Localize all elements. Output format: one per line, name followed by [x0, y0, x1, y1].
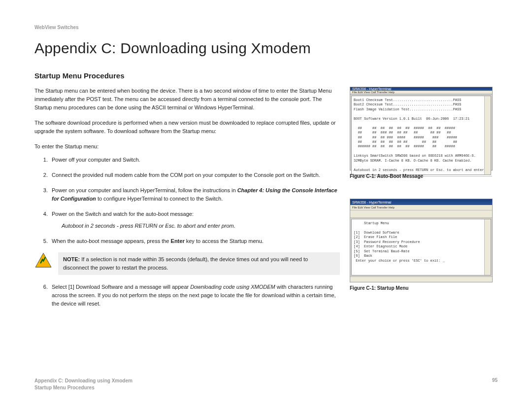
page: WebView Switches Appendix C: Downloading… — [0, 0, 532, 411]
figure-1-scrollbar — [484, 96, 491, 174]
figure-2-menubar: File Edit View Call Transfer Help — [350, 205, 492, 210]
section-heading: Startup Menu Procedures — [34, 71, 498, 80]
intro-line: To enter the Startup menu: — [34, 142, 340, 151]
figure-2: SRW208 - HyperTerminal File Edit View Ca… — [350, 199, 498, 291]
figure-1: SRW208 - HyperTerminal File Edit View Ca… — [350, 87, 498, 179]
figure-1-toolbar — [350, 94, 492, 95]
figure-1-titlebar: SRW208 - HyperTerminal — [350, 87, 492, 91]
steps-list-cont: Select [1] Download Software and a messa… — [34, 283, 340, 308]
step-5-text-a: When the auto-boot message appears, pres… — [52, 238, 171, 244]
page-title: Appendix C: Downloading using Xmodem — [34, 40, 498, 57]
footer-line-1: Appendix C: Downloading using Xmodem — [34, 377, 133, 384]
step-5-bold: Enter — [171, 238, 185, 244]
footer-left: Appendix C: Downloading using Xmodem Sta… — [34, 377, 133, 391]
note-block: NOTE: If a selection is not made within … — [34, 252, 340, 275]
figure-1-body-wrap: Boot1 Checksum Test.....................… — [351, 96, 491, 175]
step-2: Connect the provided null modem cable fr… — [49, 171, 340, 179]
step-6-text-a: Select [1] Download Software and a messa… — [52, 284, 190, 290]
note-body: If a selection is not made within 35 sec… — [63, 256, 308, 271]
note-box: NOTE: If a selection is not made within … — [58, 252, 340, 275]
figure-2-terminal-text: Startup Menu [1] Download Software [2] E… — [352, 219, 484, 275]
figure-2-scrollbar — [484, 219, 491, 275]
paragraph-2: The software download procedure is perfo… — [34, 119, 340, 136]
step-6-italic: Downloading code using XMODEM — [190, 284, 275, 290]
figure-1-terminal-text: Boot1 Checksum Test.....................… — [352, 96, 484, 174]
steps-list: Power off your computer and Switch. Conn… — [34, 156, 340, 245]
note-label: NOTE: — [63, 256, 80, 262]
step-4-text: Power on the Switch and watch for the au… — [52, 211, 194, 217]
step-6: Select [1] Download Software and a messa… — [49, 283, 340, 308]
step-5-text-b: key to access the Startup menu. — [185, 238, 264, 244]
figure-1-window: SRW208 - HyperTerminal File Edit View Ca… — [350, 87, 493, 171]
figure-2-statusbar — [350, 276, 492, 282]
step-3-text-a: Power on your computer and launch HyperT… — [52, 187, 237, 193]
step-3: Power on your computer and launch HyperT… — [49, 186, 340, 203]
footer-line-2: Startup Menu Procedures — [34, 384, 133, 391]
running-header: WebView Switches — [34, 25, 498, 30]
paragraph-1: The Startup menu can be entered when boo… — [34, 87, 340, 112]
figure-2-toolbar — [350, 210, 492, 218]
content-columns: The Startup menu can be entered when boo… — [34, 87, 498, 315]
step-4: Power on the Switch and watch for the au… — [49, 210, 340, 230]
figure-2-window: SRW208 - HyperTerminal File Edit View Ca… — [350, 199, 493, 282]
figure-2-titlebar: SRW208 - HyperTerminal — [350, 199, 492, 205]
step-5: When the auto-boot message appears, pres… — [49, 237, 340, 245]
step-1: Power off your computer and Switch. — [49, 156, 340, 164]
warning-icon — [34, 252, 52, 268]
step-3-text-b: to configure HyperTerminal to connect to… — [96, 196, 223, 202]
figure-1-menubar: File Edit View Call Transfer Help — [350, 91, 492, 94]
figures-column: SRW208 - HyperTerminal File Edit View Ca… — [350, 87, 498, 310]
page-footer: Appendix C: Downloading using Xmodem Sta… — [34, 377, 498, 391]
main-text-column: The Startup menu can be entered when boo… — [34, 87, 340, 315]
autoboot-message: Autoboot in 2 seconds - press RETURN or … — [62, 222, 340, 230]
figure-2-caption: Figure C-1: Startup Menu — [350, 285, 498, 291]
footer-page-number: 95 — [492, 377, 498, 391]
figure-2-body-wrap: Startup Menu [1] Download Software [2] E… — [351, 219, 491, 275]
